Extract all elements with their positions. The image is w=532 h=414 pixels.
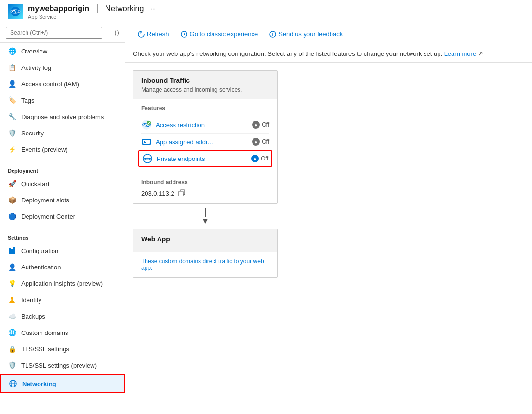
sidebar-label-security: Security: [21, 130, 44, 137]
card-body: Features Access restrict: [133, 99, 277, 173]
diagnose-icon: 🔧: [8, 112, 16, 121]
sidebar-item-configuration[interactable]: Configuration: [0, 242, 125, 259]
sidebar-item-diagnose[interactable]: 🔧 Diagnose and solve problems: [0, 108, 125, 125]
svg-rect-23: [179, 191, 183, 196]
sidebar-item-events[interactable]: ⚡ Events (preview): [0, 141, 125, 158]
feature-row-app-assigned-addr[interactable]: App assigned addr... ● Off: [141, 134, 269, 150]
feedback-label: Send us your feedback: [279, 30, 343, 38]
sidebar-item-app-insights[interactable]: 💡 Application Insights (preview): [0, 275, 125, 292]
toggle-private-endpoints[interactable]: ● Off: [251, 155, 268, 162]
svg-point-5: [11, 297, 13, 300]
sidebar-label-custom-domains: Custom domains: [21, 329, 68, 336]
card-title: Inbound Traffic: [141, 77, 269, 84]
sidebar-label-configuration: Configuration: [21, 247, 58, 254]
app-subtitle: App Service: [28, 14, 156, 20]
app-name: mywebapporigin: [28, 4, 89, 13]
sidebar-item-tls-ssl[interactable]: 🔒 TLS/SSL settings: [0, 341, 125, 357]
sidebar-label-tls-ssl-preview: TLS/SSL settings (preview): [21, 362, 97, 369]
top-header: mywebapporigin | Networking ··· App Serv…: [0, 0, 532, 23]
sidebar-label-activity-log: Activity log: [21, 64, 51, 71]
settings-section-label: Settings: [0, 229, 125, 242]
inbound-address-section: Inbound address 203.0.113.2: [133, 173, 277, 203]
sidebar-label-deployment-center: Deployment Center: [21, 213, 75, 220]
deployment-center-icon: 🔵: [8, 212, 16, 221]
feature-row-private-endpoints[interactable]: Private endpoints ● Off: [138, 150, 272, 167]
sidebar-item-overview[interactable]: 🌐 Overview: [0, 43, 125, 59]
webapp-card: Web App These custom domains direct traf…: [133, 229, 278, 278]
svg-rect-4: [13, 247, 15, 254]
divider-deployment: [8, 160, 117, 160]
sidebar-label-authentication: Authentication: [21, 264, 61, 271]
sidebar-item-tags[interactable]: 🏷️ Tags: [0, 92, 125, 108]
card-header: Inbound Traffic Manage access and incomi…: [133, 71, 277, 99]
toggle-status-private-endpoints: Off: [261, 155, 268, 162]
sidebar-item-custom-domains[interactable]: 🌐 Custom domains: [0, 324, 125, 341]
private-endpoints-icon: [142, 153, 153, 164]
sidebar-item-identity[interactable]: Identity: [0, 292, 125, 308]
sidebar-item-backups[interactable]: ☁️ Backups: [0, 308, 125, 324]
sidebar-label-networking: Networking: [22, 380, 56, 387]
tls-preview-icon: 🛡️: [8, 361, 16, 370]
refresh-label: Refresh: [147, 30, 169, 38]
header-options[interactable]: ···: [150, 5, 156, 12]
sidebar-item-deployment-slots[interactable]: 📦 Deployment slots: [0, 192, 125, 208]
toggle-access-restriction[interactable]: ● Off: [252, 121, 269, 129]
deployment-section-label: Deployment: [0, 162, 125, 175]
sidebar: ⟨⟩ 🌐 Overview 📋 Activity log 👤 Access co…: [0, 23, 125, 414]
sidebar-item-activity-log[interactable]: 📋 Activity log: [0, 59, 125, 76]
feedback-button[interactable]: Send us your feedback: [265, 28, 347, 40]
toggle-app-assigned-addr[interactable]: ● Off: [252, 138, 269, 146]
access-control-icon: 👤: [8, 80, 16, 88]
sidebar-item-tls-ssl-preview[interactable]: 🛡️ TLS/SSL settings (preview): [0, 357, 125, 374]
custom-domains-icon: 🌐: [8, 328, 16, 337]
app-icon: [8, 4, 23, 19]
sidebar-item-quickstart[interactable]: 🚀 Quickstart: [0, 175, 125, 192]
configuration-icon: [8, 246, 16, 255]
sidebar-label-events: Events (preview): [21, 146, 68, 153]
sidebar-label-identity: Identity: [21, 296, 41, 304]
sidebar-item-networking[interactable]: Networking: [0, 374, 125, 393]
copy-icon[interactable]: [178, 189, 185, 198]
learn-more-link[interactable]: Learn more: [444, 50, 476, 57]
card-subtitle: Manage access and incoming services.: [141, 86, 269, 93]
classic-label: Go to classic experience: [190, 30, 258, 38]
search-input[interactable]: [6, 27, 102, 39]
identity-icon: [8, 295, 16, 304]
deployment-slots-icon: 📦: [8, 196, 16, 204]
refresh-button[interactable]: Refresh: [133, 28, 174, 40]
toggle-status-app-assigned-addr: Off: [262, 138, 269, 145]
inbound-address-label: Inbound address: [141, 179, 269, 186]
quickstart-icon: 🚀: [8, 179, 16, 188]
sidebar-item-access-control[interactable]: 👤 Access control (IAM): [0, 76, 125, 92]
content-area: Refresh Go to classic experience Send us…: [125, 23, 532, 414]
authentication-icon: 👤: [8, 263, 16, 271]
sidebar-item-deployment-center[interactable]: 🔵 Deployment Center: [0, 208, 125, 225]
divider-settings: [8, 227, 117, 227]
toggle-circle-access-restriction: ●: [252, 121, 260, 129]
inbound-address-value-row: 203.0.113.2: [141, 189, 269, 198]
arrow-connector: ▼: [133, 204, 278, 229]
arrow-shaft: [205, 208, 206, 217]
collapse-icon[interactable]: ⟨⟩: [114, 29, 119, 37]
sidebar-item-security[interactable]: 🛡️ Security: [0, 125, 125, 141]
feature-label-access-restriction: Access restriction: [156, 121, 252, 129]
sidebar-label-deployment-slots: Deployment slots: [21, 197, 69, 204]
arrow-line: ▼: [201, 208, 209, 225]
activity-log-icon: 📋: [8, 63, 16, 72]
inbound-address-value: 203.0.113.2: [141, 190, 174, 197]
webapp-card-body: These custom domains direct traffic to y…: [133, 252, 277, 277]
toggle-circle-app-assigned-addr: ●: [252, 138, 260, 146]
sidebar-search-container: ⟨⟩: [0, 23, 125, 43]
svg-rect-18: [144, 142, 146, 143]
svg-rect-17: [144, 141, 145, 142]
tls-icon: 🔒: [8, 345, 16, 353]
sidebar-item-authentication[interactable]: 👤 Authentication: [0, 259, 125, 275]
feedback-icon: [269, 31, 276, 38]
classic-button[interactable]: Go to classic experience: [176, 28, 263, 40]
feature-row-access-restriction[interactable]: Access restriction ● Off: [141, 117, 269, 134]
access-restriction-icon: [141, 120, 152, 130]
page-title: Networking: [105, 4, 144, 13]
svg-rect-3: [11, 249, 13, 254]
svg-rect-2: [9, 248, 11, 254]
info-text: Check your web app's networking configur…: [133, 50, 442, 57]
